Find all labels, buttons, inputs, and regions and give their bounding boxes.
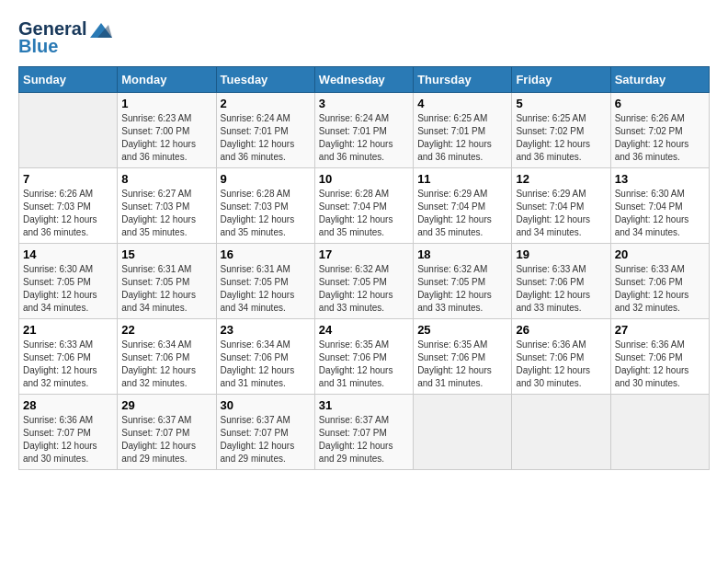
col-header-thursday: Thursday	[414, 67, 512, 93]
day-info: Sunrise: 6:33 AMSunset: 7:06 PMDaylight:…	[23, 339, 113, 390]
calendar-week-4: 21Sunrise: 6:33 AMSunset: 7:06 PMDayligh…	[19, 319, 710, 395]
day-info: Sunrise: 6:26 AMSunset: 7:02 PMDaylight:…	[615, 112, 705, 164]
day-info: Sunrise: 6:28 AMSunset: 7:04 PMDaylight:…	[319, 188, 409, 239]
day-info: Sunrise: 6:29 AMSunset: 7:04 PMDaylight:…	[516, 188, 606, 239]
day-info: Sunrise: 6:35 AMSunset: 7:06 PMDaylight:…	[319, 339, 409, 390]
day-number: 7	[23, 172, 113, 186]
day-info: Sunrise: 6:27 AMSunset: 7:03 PMDaylight:…	[121, 188, 211, 239]
calendar-week-5: 28Sunrise: 6:36 AMSunset: 7:07 PMDayligh…	[19, 395, 710, 470]
day-number: 3	[319, 97, 409, 110]
day-number: 17	[319, 247, 409, 261]
day-info: Sunrise: 6:28 AMSunset: 7:03 PMDaylight:…	[221, 188, 311, 239]
day-info: Sunrise: 6:32 AMSunset: 7:05 PMDaylight:…	[417, 263, 507, 315]
calendar-cell: 22Sunrise: 6:34 AMSunset: 7:06 PMDayligh…	[118, 319, 216, 395]
day-number: 18	[417, 247, 507, 261]
calendar-week-2: 7Sunrise: 6:26 AMSunset: 7:03 PMDaylight…	[19, 168, 710, 244]
day-info: Sunrise: 6:37 AMSunset: 7:07 PMDaylight:…	[121, 414, 211, 465]
calendar-cell: 25Sunrise: 6:35 AMSunset: 7:06 PMDayligh…	[414, 319, 512, 395]
calendar-cell: 10Sunrise: 6:28 AMSunset: 7:04 PMDayligh…	[314, 168, 413, 244]
col-header-tuesday: Tuesday	[216, 67, 314, 93]
calendar-cell: 31Sunrise: 6:37 AMSunset: 7:07 PMDayligh…	[314, 395, 413, 470]
calendar-cell: 3Sunrise: 6:24 AMSunset: 7:01 PMDaylight…	[314, 93, 413, 168]
day-info: Sunrise: 6:34 AMSunset: 7:06 PMDaylight:…	[121, 339, 211, 390]
calendar-cell: 18Sunrise: 6:32 AMSunset: 7:05 PMDayligh…	[414, 244, 512, 319]
day-info: Sunrise: 6:31 AMSunset: 7:05 PMDaylight:…	[221, 263, 311, 315]
day-info: Sunrise: 6:36 AMSunset: 7:06 PMDaylight:…	[516, 339, 606, 390]
calendar-cell: 13Sunrise: 6:30 AMSunset: 7:04 PMDayligh…	[610, 168, 709, 244]
day-info: Sunrise: 6:24 AMSunset: 7:01 PMDaylight:…	[221, 112, 311, 164]
day-info: Sunrise: 6:25 AMSunset: 7:01 PMDaylight:…	[417, 112, 507, 164]
day-number: 25	[417, 323, 507, 337]
day-info: Sunrise: 6:25 AMSunset: 7:02 PMDaylight:…	[516, 112, 606, 164]
calendar-cell: 19Sunrise: 6:33 AMSunset: 7:06 PMDayligh…	[512, 244, 610, 319]
day-number: 6	[615, 97, 705, 110]
day-number: 14	[23, 247, 113, 261]
calendar-cell: 21Sunrise: 6:33 AMSunset: 7:06 PMDayligh…	[19, 319, 118, 395]
col-header-saturday: Saturday	[610, 67, 709, 93]
day-number: 29	[121, 398, 211, 412]
day-number: 28	[23, 398, 113, 412]
day-number: 13	[615, 172, 705, 186]
calendar-cell	[512, 395, 610, 470]
day-info: Sunrise: 6:30 AMSunset: 7:05 PMDaylight:…	[23, 263, 113, 315]
calendar-cell: 17Sunrise: 6:32 AMSunset: 7:05 PMDayligh…	[314, 244, 413, 319]
calendar-cell: 8Sunrise: 6:27 AMSunset: 7:03 PMDaylight…	[118, 168, 216, 244]
day-info: Sunrise: 6:32 AMSunset: 7:05 PMDaylight:…	[319, 263, 409, 315]
day-info: Sunrise: 6:33 AMSunset: 7:06 PMDaylight:…	[615, 263, 705, 315]
calendar-cell: 26Sunrise: 6:36 AMSunset: 7:06 PMDayligh…	[512, 319, 610, 395]
day-number: 15	[121, 247, 211, 261]
calendar-table: SundayMondayTuesdayWednesdayThursdayFrid…	[18, 66, 710, 470]
calendar-cell: 5Sunrise: 6:25 AMSunset: 7:02 PMDaylight…	[512, 93, 610, 168]
calendar-cell: 29Sunrise: 6:37 AMSunset: 7:07 PMDayligh…	[118, 395, 216, 470]
calendar-week-1: 1Sunrise: 6:23 AMSunset: 7:00 PMDaylight…	[19, 93, 710, 168]
col-header-friday: Friday	[512, 67, 610, 93]
day-number: 30	[221, 398, 311, 412]
day-info: Sunrise: 6:23 AMSunset: 7:00 PMDaylight:…	[121, 112, 211, 164]
day-number: 23	[221, 323, 311, 337]
calendar-cell: 12Sunrise: 6:29 AMSunset: 7:04 PMDayligh…	[512, 168, 610, 244]
calendar-cell: 20Sunrise: 6:33 AMSunset: 7:06 PMDayligh…	[610, 244, 709, 319]
day-number: 21	[23, 323, 113, 337]
day-info: Sunrise: 6:24 AMSunset: 7:01 PMDaylight:…	[319, 112, 409, 164]
day-info: Sunrise: 6:33 AMSunset: 7:06 PMDaylight:…	[516, 263, 606, 315]
calendar-cell: 2Sunrise: 6:24 AMSunset: 7:01 PMDaylight…	[216, 93, 314, 168]
day-info: Sunrise: 6:37 AMSunset: 7:07 PMDaylight:…	[221, 414, 311, 465]
calendar-cell: 4Sunrise: 6:25 AMSunset: 7:01 PMDaylight…	[414, 93, 512, 168]
calendar-cell: 9Sunrise: 6:28 AMSunset: 7:03 PMDaylight…	[216, 168, 314, 244]
day-number: 31	[319, 398, 409, 412]
day-number: 1	[121, 97, 211, 110]
day-number: 27	[615, 323, 705, 337]
day-number: 4	[417, 97, 507, 110]
day-number: 9	[221, 172, 311, 186]
col-header-monday: Monday	[118, 67, 216, 93]
calendar-cell	[610, 395, 709, 470]
calendar-cell: 23Sunrise: 6:34 AMSunset: 7:06 PMDayligh…	[216, 319, 314, 395]
calendar-week-3: 14Sunrise: 6:30 AMSunset: 7:05 PMDayligh…	[19, 244, 710, 319]
col-header-wednesday: Wednesday	[314, 67, 413, 93]
day-info: Sunrise: 6:31 AMSunset: 7:05 PMDaylight:…	[121, 263, 211, 315]
logo-blue-text: Blue	[18, 36, 58, 57]
day-number: 22	[121, 323, 211, 337]
day-number: 16	[221, 247, 311, 261]
day-info: Sunrise: 6:35 AMSunset: 7:06 PMDaylight:…	[417, 339, 507, 390]
day-number: 8	[121, 172, 211, 186]
day-number: 24	[319, 323, 409, 337]
calendar-cell: 24Sunrise: 6:35 AMSunset: 7:06 PMDayligh…	[314, 319, 413, 395]
calendar-cell: 30Sunrise: 6:37 AMSunset: 7:07 PMDayligh…	[216, 395, 314, 470]
calendar-header-row: SundayMondayTuesdayWednesdayThursdayFrid…	[19, 67, 710, 93]
calendar-cell: 27Sunrise: 6:36 AMSunset: 7:06 PMDayligh…	[610, 319, 709, 395]
day-number: 5	[516, 97, 606, 110]
calendar-cell: 7Sunrise: 6:26 AMSunset: 7:03 PMDaylight…	[19, 168, 118, 244]
day-info: Sunrise: 6:36 AMSunset: 7:07 PMDaylight:…	[23, 414, 113, 465]
day-info: Sunrise: 6:29 AMSunset: 7:04 PMDaylight:…	[417, 188, 507, 239]
calendar-cell: 11Sunrise: 6:29 AMSunset: 7:04 PMDayligh…	[414, 168, 512, 244]
day-info: Sunrise: 6:34 AMSunset: 7:06 PMDaylight:…	[221, 339, 311, 390]
day-number: 26	[516, 323, 606, 337]
day-number: 20	[615, 247, 705, 261]
calendar-cell	[414, 395, 512, 470]
day-info: Sunrise: 6:30 AMSunset: 7:04 PMDaylight:…	[615, 188, 705, 239]
day-number: 11	[417, 172, 507, 186]
calendar-cell: 16Sunrise: 6:31 AMSunset: 7:05 PMDayligh…	[216, 244, 314, 319]
logo-icon	[90, 21, 112, 40]
calendar-cell: 6Sunrise: 6:26 AMSunset: 7:02 PMDaylight…	[610, 93, 709, 168]
